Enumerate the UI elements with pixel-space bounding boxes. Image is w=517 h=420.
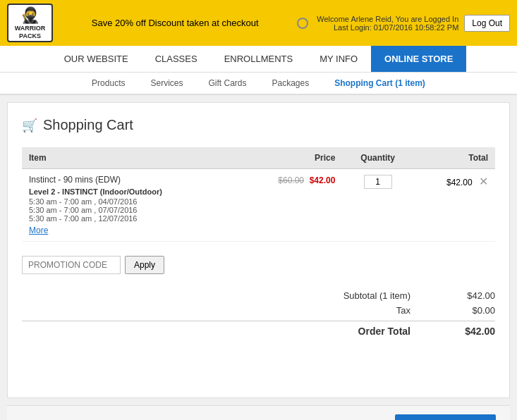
order-summary: Subtotal (1 item) $42.00 Tax $0.00 Order… <box>22 288 495 341</box>
user-status: Welcome Arlene Reid, You are Logged In <box>317 15 458 23</box>
promo-input[interactable] <box>22 256 121 274</box>
user-info: Welcome Arlene Reid, You are Logged In L… <box>317 15 458 32</box>
item-detail: Level 2 - INSTINCT (Indoor/Outdoor) <box>29 187 231 196</box>
promo-text: Save 20% off Discount taken at checkout <box>92 18 259 28</box>
nav-my-info[interactable]: MY INFO <box>306 46 371 72</box>
tax-row: Tax $0.00 <box>22 303 495 318</box>
remove-button[interactable]: ✕ <box>479 175 488 188</box>
page-title: Shopping Cart <box>43 117 133 133</box>
subnav-shopping-cart[interactable]: Shopping Cart (1 item) <box>329 77 431 89</box>
col-total: Total <box>413 147 495 169</box>
total-row: Order Total $42.00 <box>22 321 495 341</box>
cart-table: Item Price Quantity Total Instinct - 90 … <box>22 147 495 242</box>
subtotal-value: $42.00 <box>453 290 495 301</box>
nav-online-store[interactable]: ONLINE STORE <box>371 46 466 72</box>
bottom-actions: Continue Shopping CHECK OUT <box>7 405 510 420</box>
price-cell: $60.00 $42.00 <box>238 169 342 242</box>
main-content: 🛒 Shopping Cart Item Price Quantity Tota… <box>7 102 510 398</box>
subnav-gift-cards[interactable]: Gift Cards <box>202 77 252 89</box>
header-right: Welcome Arlene Reid, You are Logged In L… <box>297 15 510 32</box>
item-schedule-3: 5:30 am - 7:00 am , 12/07/2016 <box>29 214 231 223</box>
item-name: Instinct - 90 mins (EDW) <box>29 175 231 185</box>
table-row: Instinct - 90 mins (EDW) Level 2 - INSTI… <box>22 169 495 242</box>
nav-our-website[interactable]: OUR WEBSITE <box>51 46 142 72</box>
order-total-label: Order Total <box>358 326 410 337</box>
subnav-packages[interactable]: Packages <box>267 77 315 89</box>
status-icon <box>297 18 308 29</box>
order-total-value: $42.00 <box>453 326 495 337</box>
col-quantity: Quantity <box>342 147 413 169</box>
item-cell: Instinct - 90 mins (EDW) Level 2 - INSTI… <box>22 169 238 242</box>
page-title-area: 🛒 Shopping Cart <box>22 117 495 133</box>
header: 🥷 WARRIORPACKS Save 20% off Discount tak… <box>0 0 517 46</box>
col-price: Price <box>238 147 342 169</box>
checkout-button[interactable]: CHECK OUT <box>395 414 496 420</box>
subtotal-label: Subtotal (1 item) <box>343 290 410 301</box>
quantity-input[interactable] <box>364 175 392 189</box>
logout-button[interactable]: Log Out <box>464 15 510 32</box>
item-schedule-1: 5:30 am - 7:00 am , 04/07/2016 <box>29 197 231 206</box>
item-total: $42.00 <box>446 178 473 187</box>
more-link[interactable]: More <box>29 226 48 235</box>
subtotal-row: Subtotal (1 item) $42.00 <box>22 288 495 303</box>
quantity-cell <box>342 169 413 242</box>
last-login: Last Login: 01/07/2016 10:58:22 PM <box>317 23 458 32</box>
subnav-products[interactable]: Products <box>86 77 130 89</box>
original-price: $60.00 <box>278 175 304 185</box>
item-schedule-2: 5:30 am - 7:00 am , 07/07/2016 <box>29 206 231 214</box>
cart-icon: 🛒 <box>22 118 37 133</box>
header-promo-area: Save 20% off Discount taken at checkout <box>53 18 297 28</box>
promo-section: Apply <box>22 256 495 274</box>
col-item: Item <box>22 147 238 169</box>
logo: 🥷 WARRIORPACKS <box>7 4 53 42</box>
total-cell: $42.00 ✕ <box>413 169 495 242</box>
tax-value: $0.00 <box>453 305 495 316</box>
nav-classes[interactable]: CLASSES <box>142 46 211 72</box>
tax-label: Tax <box>396 305 410 316</box>
nav-enrollments[interactable]: ENROLLMENTS <box>211 46 307 72</box>
sale-price: $42.00 <box>310 175 336 185</box>
sub-nav: Products Services Gift Cards Packages Sh… <box>0 73 517 95</box>
subnav-services[interactable]: Services <box>145 77 188 89</box>
main-nav: OUR WEBSITE CLASSES ENROLLMENTS MY INFO … <box>0 46 517 73</box>
apply-button[interactable]: Apply <box>125 256 164 274</box>
